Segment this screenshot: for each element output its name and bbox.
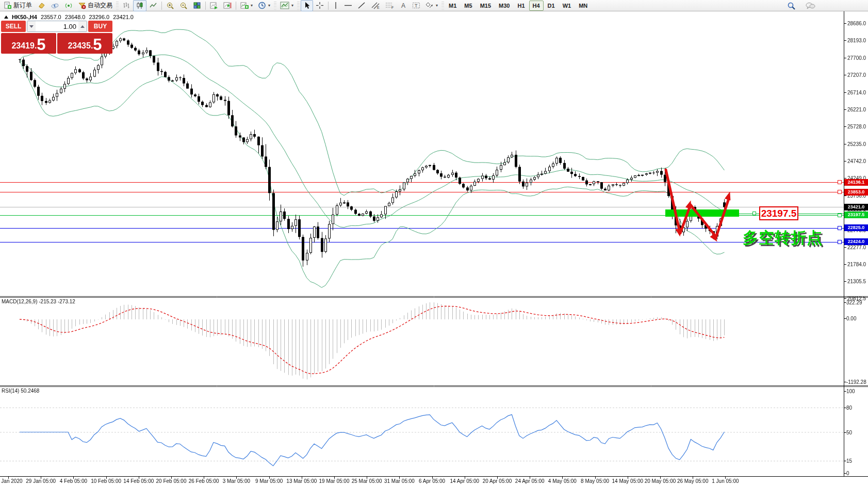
price-tick-label: 25728.0 (847, 124, 866, 129)
price-tick-label: 21305.5 (847, 278, 866, 284)
shapes-button[interactable]: ▾ (423, 0, 440, 11)
bar-chart-icon (122, 2, 130, 9)
toolbar-separator (328, 2, 329, 10)
crosshair-button[interactable] (313, 0, 326, 11)
text-label-button[interactable]: T (410, 0, 423, 11)
timeframe-MN[interactable]: MN (575, 1, 591, 11)
zoom-out-button[interactable] (177, 0, 190, 11)
text-button[interactable]: A (397, 0, 410, 11)
auto-trading-button[interactable]: 自动交易 (75, 0, 115, 11)
crosshair-icon (316, 2, 324, 9)
signal-button[interactable] (62, 0, 75, 11)
time-tick-label: 4 Feb 05:00 (60, 478, 87, 484)
timeframe-M5[interactable]: M5 (461, 1, 476, 11)
add-indicator-button[interactable]: ▾ (238, 0, 255, 11)
tile-windows-icon (193, 2, 201, 9)
fibonacci-button[interactable]: F (383, 0, 397, 11)
price-level-tag: 22424.0 (844, 238, 868, 245)
macd-tick-label: -1192.28 (846, 379, 866, 385)
time-tick-label: 4 May 05:00 (548, 478, 577, 484)
time-tick-label: 6 Apr 05:00 (419, 478, 445, 484)
rsi-tick-label: 0 (846, 471, 849, 476)
timeframe-W1[interactable]: W1 (559, 1, 575, 11)
application-window: 新订单 自动交易 ▾▾ ▾ EFAT▾ M1M5M15M30H1H4D1W1MN… (0, 0, 868, 486)
chart-shift-icon (223, 2, 232, 9)
timeframe-M30[interactable]: M30 (495, 1, 513, 11)
toolbar-separator (205, 2, 206, 10)
search-button[interactable] (784, 0, 798, 11)
period-clock-button[interactable]: ▾ (255, 0, 273, 11)
toolbar-separator (441, 2, 444, 10)
time-tick-label: 14 May 05:00 (612, 478, 643, 484)
volume-value[interactable]: 1.00 (36, 23, 78, 30)
chat-button[interactable] (803, 0, 818, 11)
auto-trading-icon (78, 2, 86, 9)
sell-price[interactable]: 23419.5 (1, 33, 56, 54)
timeframe-M15[interactable]: M15 (477, 1, 495, 11)
toolbar-separator (236, 2, 236, 10)
timeframe-M1[interactable]: M1 (445, 1, 460, 11)
candlestick-chart-icon (136, 2, 144, 9)
price-tick-label: 27207.0 (847, 72, 866, 78)
price-tick-label: 27700.0 (847, 55, 866, 60)
channel-icon: E (371, 2, 380, 9)
new-order-label: 新订单 (13, 1, 32, 10)
volume-decrease-button[interactable] (27, 21, 36, 31)
cursor-button[interactable] (301, 0, 313, 11)
channel-button[interactable]: E (368, 0, 383, 11)
time-tick-label: 8 May 05:00 (581, 478, 609, 484)
eraser-button[interactable] (35, 0, 48, 11)
bar-chart-button[interactable] (120, 0, 133, 11)
template-button[interactable]: ▾ (277, 0, 296, 11)
sell-button[interactable]: SELL (1, 21, 26, 32)
volume-input[interactable]: 1.00 (27, 21, 87, 32)
cursor-icon (303, 2, 310, 9)
chevron-up-icon (80, 25, 85, 28)
time-tick-label: 24 Apr 05:00 (515, 478, 545, 484)
time-tick-label: 19 Mar 05:00 (319, 478, 350, 484)
time-tick-label: 20 Feb 05:00 (156, 478, 187, 484)
timeframe-H4[interactable]: H4 (529, 1, 544, 11)
time-tick-label: 3 Mar 05:00 (223, 478, 250, 484)
price-tick-label: 28193.0 (847, 38, 866, 43)
toolbar-separator (297, 2, 300, 10)
chevron-down-icon (29, 25, 34, 28)
line-chart-button[interactable] (146, 0, 160, 11)
zoom-in-button[interactable] (163, 0, 177, 11)
toolbar-separator (161, 2, 162, 10)
buy-price[interactable]: 23435.5 (57, 33, 112, 54)
annotation-text[interactable]: 多空转折点 (743, 228, 823, 249)
hline-button[interactable] (341, 0, 355, 11)
tile-windows-button[interactable] (190, 0, 204, 11)
template-icon (280, 2, 289, 9)
trendline-button[interactable] (355, 0, 368, 11)
ohlc-low: 23296.0 (89, 14, 109, 20)
macd-label: MACD(12,26,9) -215.23 -273.12 (2, 299, 75, 304)
price-level-tag: 23197.5 (844, 212, 868, 218)
svg-text:F: F (391, 6, 394, 9)
new-order-button[interactable]: 新订单 (1, 0, 35, 11)
auto-scroll-button[interactable] (207, 0, 221, 11)
price-tick-label: 28686.0 (847, 21, 866, 26)
timeframe-H1[interactable]: H1 (514, 1, 528, 11)
buy-button[interactable]: BUY (88, 21, 112, 32)
time-tick-label: 9 Mar 05:00 (255, 478, 283, 484)
volume-increase-button[interactable] (78, 21, 87, 31)
timeframe-D1[interactable]: D1 (544, 1, 559, 11)
rsi-tick-label: 50 (846, 429, 852, 435)
time-tick-label: 14 Apr 05:00 (450, 478, 479, 484)
vline-icon (333, 2, 339, 9)
vline-button[interactable] (330, 0, 341, 11)
text-label-icon: T (412, 2, 420, 9)
price-level-tag: 22825.0 (844, 224, 868, 231)
cloud-button[interactable] (48, 0, 62, 11)
rsi-tick-label: 80 (846, 405, 852, 411)
auto-scroll-icon (210, 2, 218, 9)
candlestick-chart-button[interactable] (133, 0, 146, 11)
price-callout-box[interactable]: 23197.5 (759, 206, 798, 220)
chart-canvas[interactable] (0, 0, 868, 486)
one-click-trading-panel: SELL 1.00 BUY 23419.5 23435.5 (1, 21, 112, 54)
line-chart-icon (149, 2, 157, 9)
chart-shift-button[interactable] (221, 0, 234, 11)
rsi-label: RSI(14) 50.2468 (2, 388, 39, 394)
